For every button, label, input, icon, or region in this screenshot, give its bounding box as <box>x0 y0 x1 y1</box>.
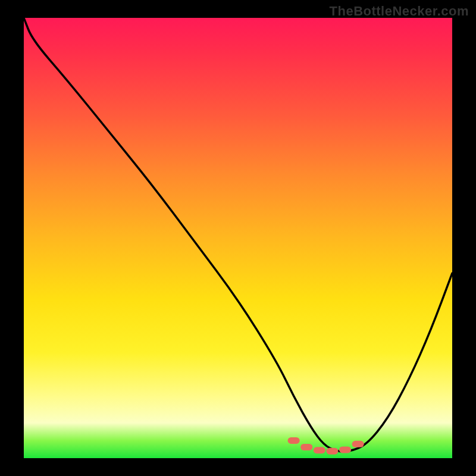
plot-area <box>24 18 452 458</box>
curve-line <box>24 18 452 452</box>
flat-marker <box>326 448 338 455</box>
flat-marker <box>339 446 351 453</box>
watermark-text: TheBottleNecker.com <box>330 4 469 19</box>
chart-frame: TheBottleNecker.com <box>0 0 476 476</box>
flat-marker <box>352 441 364 447</box>
chart-svg <box>24 18 452 458</box>
flat-marker <box>300 444 312 450</box>
flat-marker <box>288 437 300 444</box>
flat-marker <box>314 447 325 453</box>
